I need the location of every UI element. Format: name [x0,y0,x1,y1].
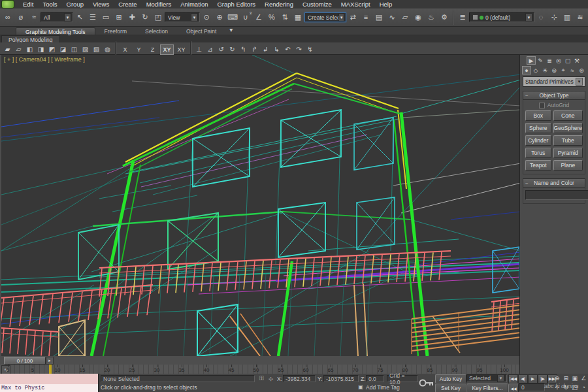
subobject-border-icon[interactable]: ◧ [24,44,35,54]
object-type-rollout-header[interactable]: − Object Type [523,91,585,100]
create-teapot-button[interactable]: Teapot [525,160,551,171]
ribbon-options-icon[interactable]: ▾ [225,24,237,35]
next-frame-button[interactable]: |▶ [538,374,547,384]
subobject-vertex-icon[interactable]: ▰ [2,44,13,54]
key-filters-button[interactable]: Key Filters... [466,384,508,392]
menu-tools[interactable]: Tools [42,1,57,8]
z-coord-field[interactable]: 0.0 [366,375,384,382]
select-and-link-icon[interactable]: ∞ [1,10,14,24]
menu-views[interactable]: Views [93,1,109,8]
subobject-element-icon[interactable]: ◩ [46,44,57,54]
layer-dropdown[interactable]: 0 (default)▼ [469,12,534,22]
time-slider-next-icon[interactable]: ▸ [46,357,54,365]
paint-select-icon[interactable]: ▨ [80,44,91,54]
select-tool-icon[interactable]: ◪ [57,44,69,54]
create-plane-button[interactable]: Plane [553,160,583,171]
walk-through-icon[interactable]: ◔ [580,383,588,392]
bind-to-spacewarp-icon[interactable]: ≈ [27,10,41,24]
cameras-icon[interactable]: ⊚ [549,66,559,74]
autogrid-checkbox[interactable] [539,103,545,108]
align-icon[interactable]: ≡ [359,10,372,24]
key-mode-dropdown[interactable]: Selected▼ [466,374,507,382]
create-tube-button[interactable]: Tube [553,135,583,146]
select-and-move-icon[interactable]: ✚ [125,11,139,24]
rewind-button[interactable]: ◀◀ [508,384,519,392]
viewport-label[interactable]: [ + ] [ Camera04 ] [ Wireframe ] [4,56,85,63]
select-and-manipulate-icon[interactable]: ⊕ [213,11,226,24]
subobject-edge-icon[interactable]: ▱ [13,44,24,54]
create-torus-button[interactable]: Torus [525,148,551,158]
geometry-icon[interactable]: ● [522,66,531,74]
select-object-icon[interactable]: ↖ [73,11,86,24]
utilities-tab-icon[interactable]: ⚒ [572,56,581,65]
auto-key-button[interactable]: Auto Key [435,374,466,384]
spinner-snap-icon[interactable]: ⇅ [278,11,291,24]
percent-snap-icon[interactable]: % [265,10,278,24]
menu-create[interactable]: Create [118,1,137,8]
object-name-input[interactable] [525,190,588,200]
axis-constraint-x[interactable]: X [119,45,131,54]
primitive-category-dropdown[interactable]: Standard Primitives▼ [523,76,585,87]
lights-icon[interactable]: ☀ [540,66,549,74]
menu-group[interactable]: Group [67,1,84,8]
menu-help[interactable]: Help [380,1,393,8]
zoom-icon[interactable]: ⊕ [553,374,562,383]
xy-cursor-icon[interactable]: ◍ [102,44,113,54]
menu-rendering[interactable]: Rendering [265,1,293,8]
layer-list-icon[interactable]: ≣ [456,11,469,24]
selection-filter-dropdown[interactable]: All▼ [41,12,73,22]
menu-edit[interactable]: Edit [23,1,33,8]
modify-tab-icon[interactable]: ✎ [536,56,545,65]
keyboard-override-icon[interactable]: ⌨ [226,11,239,24]
material-editor-icon[interactable]: ◉ [412,11,425,24]
swirl-tool-2-icon[interactable]: ↻ [227,44,238,54]
time-slider-handle[interactable]: 0 / 100 [4,357,46,365]
ribbon-tab-freeform[interactable]: Freeform [95,27,136,35]
menu-maxscript[interactable]: MAXScript [341,1,370,8]
x-coord-field[interactable]: -3982.334 [283,375,316,382]
layer-manager-icon[interactable]: ▤ [372,11,385,24]
systems-icon[interactable]: ⊛ [577,66,586,74]
coord-system-dropdown[interactable]: View▼ [165,12,200,22]
axis-constraint-y[interactable]: Y [133,45,145,54]
field-of-view-icon[interactable]: ∠ [580,374,588,383]
maxscript-mini-listener[interactable]: Max to Physic [0,374,99,392]
drag-tool-icon[interactable]: ◫ [69,44,80,54]
swirl-tool-1-icon[interactable]: ↺ [216,44,227,54]
angle-snap-icon[interactable]: ∠ [252,11,265,24]
curve-editor-icon[interactable]: ∿ [385,11,399,24]
menu-modifiers[interactable]: Modifiers [146,1,172,8]
rectangular-selection-icon[interactable]: ▭ [99,11,112,24]
render-setup-icon[interactable]: ♨ [425,11,438,24]
create-sphere-button[interactable]: Sphere [525,123,551,133]
axis-constraint-xy[interactable]: XY [160,44,174,55]
zoom-all-icon[interactable]: ⊞ [562,374,571,383]
set-key-icon[interactable] [419,376,434,390]
create-cone-button[interactable]: Cone [553,110,583,121]
create-cylinder-button[interactable]: Cylinder [525,135,551,146]
y-coord-field[interactable]: -10375.815 [323,375,359,382]
absolute-mode-icon[interactable]: ⊹ [267,374,275,383]
create-geosphere-button[interactable]: GeoSphere [553,123,583,133]
track-bar[interactable]: 0 / 100 ▸ [0,356,519,365]
app-logo-icon[interactable] [1,0,14,8]
zoom-extents-icon[interactable]: ▣ [570,374,580,383]
hierarchy-tab-icon[interactable]: ≣ [545,56,554,65]
menu-graph-editors[interactable]: Graph Editors [217,1,255,8]
display-tab-icon[interactable]: ▢ [563,56,572,65]
use-pivot-center-icon[interactable]: ⊙ [200,11,213,24]
select-by-name-icon[interactable]: ☰ [86,11,99,24]
motion-tab-icon[interactable]: ◎ [554,56,563,65]
timeline-ruler[interactable]: ∿ 05101520253035404550556065707580859095… [0,365,519,374]
select-and-scale-icon[interactable]: ◰ [152,11,165,24]
scene-states-icon[interactable]: ▥ [561,11,574,24]
swirl-tool-6-icon[interactable]: ↳ [271,44,282,54]
render-production-icon[interactable]: ⚙ [438,11,451,24]
toolbar-extra-icon[interactable]: ≋ [574,11,587,24]
shapes-icon[interactable]: ◇ [531,66,540,74]
current-frame-field[interactable]: 0 [519,384,545,391]
helpers-icon[interactable]: ⌖ [559,66,568,74]
mirror-icon[interactable]: ⇄ [346,11,359,24]
axis-constraint-z[interactable]: Z [146,45,159,54]
named-selection-dropdown[interactable]: Create Selection▼ [304,12,346,22]
